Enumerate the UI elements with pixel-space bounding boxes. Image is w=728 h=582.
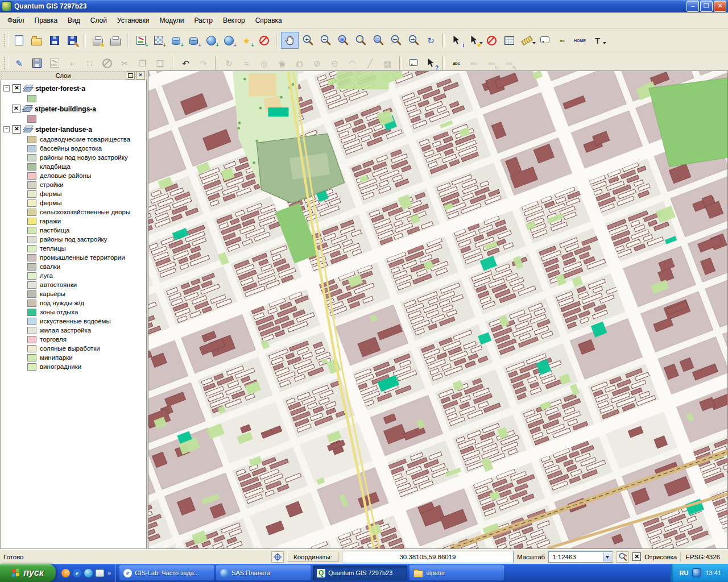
menu-item-6[interactable]: Растр [189,15,217,26]
firefox-icon[interactable] [61,569,70,577]
pan-map-button[interactable] [281,32,299,49]
legend-swatch [27,263,36,271]
quick-launch-overflow-chevron[interactable]: » [107,569,111,576]
map-canvas[interactable] [148,71,727,548]
legend-label: жилая застройка [40,327,91,334]
new-print-composer-button[interactable]: ★ [89,32,106,49]
add-wfs-layer-button[interactable]: + [220,32,238,49]
legend-label: виноградники [40,363,81,370]
whats-this-button[interactable]: ? [422,55,440,72]
save-project-as-button[interactable]: ✎ [63,32,81,49]
remove-layer-button[interactable] [255,32,273,49]
chevron-down-icon[interactable] [603,552,612,562]
save-project-button[interactable] [46,32,63,49]
expander-icon[interactable] [3,85,10,92]
layer-name: stpeter-landuse-a [35,126,92,134]
menu-item-3[interactable]: Слой [85,15,112,26]
undo-icon: ↶ [182,59,189,68]
crs-status[interactable]: EPSG:4326 [680,552,725,562]
restore-button[interactable]: ❐ [700,1,713,12]
layer-item[interactable]: stpeter-forest-a [1,83,146,94]
panel-close-button[interactable] [136,71,145,80]
add-wms-layer-button[interactable]: + [202,32,220,49]
legend-swatch [27,236,36,243]
composer-manager-button[interactable] [106,32,124,49]
zoom-full-extent-button[interactable]: ▣ [334,32,351,49]
zoom-to-scale-button[interactable] [617,551,629,563]
close-button[interactable]: ✕ [714,1,726,12]
minimize-button[interactable]: – [686,1,699,12]
task-button[interactable]: eGIS-Lab: Часто зада... [119,566,214,580]
task-button[interactable]: QQuantum GIS 7297b23 [313,566,407,580]
map-viewport[interactable] [148,70,728,549]
menu-item-0[interactable]: Файл [2,15,30,26]
text-annotation-button[interactable]: T [589,32,606,49]
show-bookmarks-button[interactable]: HOME [571,32,589,49]
layer-item[interactable]: stpeter-landuse-a [1,124,146,135]
show-desktop-icon[interactable] [96,569,104,577]
deselect-features-button[interactable] [483,32,500,49]
media-player-icon[interactable] [84,569,93,577]
layer-visibility-checkbox[interactable] [13,84,21,93]
add-vector-layer-button[interactable]: + [132,32,150,49]
menu-item-7[interactable]: Вектор [218,15,250,26]
layer-item[interactable]: stpeter-buildings-a [1,103,146,114]
map-tips-button[interactable] [536,32,553,49]
new-bookmark-button[interactable]: но [553,32,571,49]
toolbar-separator [215,56,217,70]
add-raster-layer-button[interactable]: + [150,32,167,49]
open-project-button[interactable] [28,32,46,49]
labeling-button[interactable]: abc [448,55,465,72]
layer-visibility-checkbox[interactable] [12,105,20,113]
coordinates-toggle-button[interactable]: Координаты: [287,552,338,562]
panel-float-button[interactable] [126,71,135,80]
task-button[interactable]: SAS.Планета [216,566,311,580]
tray-icon[interactable] [692,568,701,577]
undo-button[interactable]: ↶ [177,55,195,72]
chevron-down-icon[interactable] [603,42,606,46]
menu-item-2[interactable]: Вид [63,15,85,26]
save-edits-button[interactable] [28,55,46,72]
zoom-in-button[interactable]: + [299,32,316,49]
legend-label: зоны отдыха [40,309,78,315]
layer-visibility-checkbox[interactable] [13,125,21,134]
toolbar-grip[interactable] [4,34,9,47]
add-postgis-layer-button[interactable]: + [167,32,185,49]
zoom-to-layer-button[interactable]: ▤ [369,32,387,49]
new-project-button[interactable] [10,32,28,49]
menu-item-8[interactable]: Справка [250,15,287,26]
layer-icon [23,126,33,133]
menu-item-4[interactable]: Установки [112,15,154,26]
menu-item-5[interactable]: Модули [154,15,189,26]
legend-swatch [27,309,36,316]
identify-features-button[interactable]: i [448,32,465,49]
toggle-editing-button[interactable]: ✎ [10,55,28,72]
coordinates-input[interactable] [342,551,514,563]
internet-explorer-icon[interactable]: e [73,569,81,577]
zoom-next-button[interactable]: → [404,32,422,49]
legend-label: соляные выработки [40,345,100,352]
scale-combo[interactable]: 1:12463 [548,551,613,563]
add-spatialite-layer-button[interactable]: + [185,32,202,49]
toggle-editing-icon: ✎ [15,59,23,68]
measure-button[interactable] [518,32,536,49]
task-button[interactable]: stpeter [410,566,504,580]
language-indicator[interactable]: RU [680,569,689,576]
zoom-out-button[interactable]: − [316,32,334,49]
menu-item-1[interactable]: Правка [30,15,63,26]
zoom-last-button[interactable]: ← [387,32,404,49]
add-part-button: ◉ [273,55,291,72]
refresh-map-button[interactable]: ↻ [422,32,440,49]
refresh-map-icon: ↻ [427,36,435,45]
add-delimited-text-layer-button[interactable]: ★+ [238,32,255,49]
start-button[interactable]: пуск [0,564,56,582]
split-features-button: ╱ [361,55,379,72]
render-checkbox[interactable] [632,552,641,561]
annotation-button[interactable] [404,55,422,72]
expander-icon[interactable] [3,126,10,132]
coordinate-capture-button[interactable] [271,551,284,563]
select-features-button[interactable]: ★ [465,32,483,49]
open-attribute-table-button[interactable] [500,32,518,49]
toolbar-grip[interactable] [4,57,9,69]
zoom-to-selection-button[interactable]: ▢ [351,32,369,49]
